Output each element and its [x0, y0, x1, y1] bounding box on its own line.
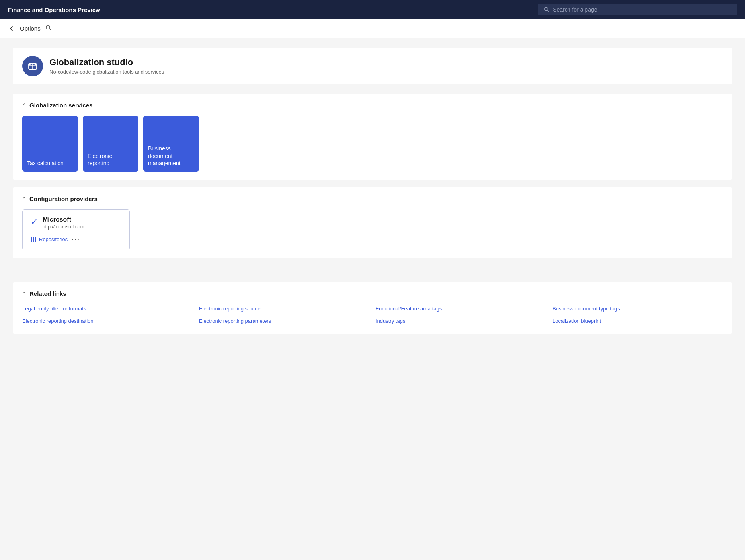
- provider-url: http://microsoft.com: [43, 224, 84, 230]
- business-document-management-card[interactable]: Business document management: [143, 116, 199, 172]
- main-content: Globalization studio No-code/low-code gl…: [0, 38, 745, 560]
- collapse-related-icon: ⌃: [22, 291, 26, 297]
- collapse-providers-icon: ⌃: [22, 196, 26, 202]
- microsoft-provider-card[interactable]: ✓ Microsoft http://microsoft.com Reposit…: [22, 209, 130, 250]
- app-name: Globalization studio: [49, 57, 164, 68]
- svg-rect-8: [33, 237, 34, 242]
- provider-card-top: ✓ Microsoft http://microsoft.com: [31, 216, 121, 230]
- repositories-icon: [31, 236, 37, 243]
- configuration-providers-section: ⌃ Configuration providers ✓ Microsoft ht…: [13, 187, 732, 258]
- collapse-icon: ⌃: [22, 103, 26, 108]
- related-links-header[interactable]: ⌃ Related links: [22, 290, 723, 297]
- er-parameters-link[interactable]: Electronic reporting parameters: [199, 316, 369, 326]
- app-title: Finance and Operations Preview: [8, 6, 100, 13]
- er-source-link[interactable]: Electronic reporting source: [199, 304, 369, 313]
- svg-rect-9: [35, 237, 36, 242]
- industry-tags-link[interactable]: Industry tags: [376, 316, 546, 326]
- top-navigation-bar: Finance and Operations Preview: [0, 0, 745, 19]
- tax-calculation-card[interactable]: Tax calculation: [22, 116, 78, 172]
- app-header-text: Globalization studio No-code/low-code gl…: [49, 57, 164, 75]
- functional-feature-tags-link[interactable]: Functional/Feature area tags: [376, 304, 546, 313]
- provider-more-button[interactable]: ···: [72, 235, 80, 244]
- related-links-title: Related links: [29, 290, 66, 297]
- options-label: Options: [20, 25, 41, 32]
- legal-entity-filter-link[interactable]: Legal entity filter for formats: [22, 304, 193, 313]
- repositories-link[interactable]: Repositories: [31, 236, 68, 243]
- app-icon: [22, 56, 43, 76]
- er-destination-link[interactable]: Electronic reporting destination: [22, 316, 193, 326]
- global-search-bar[interactable]: [538, 4, 737, 15]
- related-links-grid: Legal entity filter for formats Electron…: [22, 304, 723, 326]
- provider-check-icon: ✓: [31, 217, 38, 227]
- search-input[interactable]: [553, 6, 731, 13]
- svg-rect-7: [31, 237, 32, 242]
- provider-name: Microsoft: [43, 216, 84, 223]
- services-cards-grid: Tax calculation Electronic reporting Bus…: [22, 116, 723, 172]
- globalization-services-header[interactable]: ⌃ Globalization services: [22, 102, 723, 109]
- app-description: No-code/low-code globalization tools and…: [49, 69, 164, 75]
- electronic-reporting-card[interactable]: Electronic reporting: [83, 116, 138, 172]
- localization-blueprint-link[interactable]: Localization blueprint: [552, 316, 723, 326]
- provider-actions: Repositories ···: [31, 235, 121, 244]
- related-links-section: ⌃ Related links Legal entity filter for …: [13, 282, 732, 334]
- provider-info: Microsoft http://microsoft.com: [43, 216, 84, 230]
- app-header: Globalization studio No-code/low-code gl…: [13, 48, 732, 84]
- globalization-services-title: Globalization services: [29, 102, 92, 109]
- options-search-icon[interactable]: [45, 25, 52, 33]
- svg-line-1: [548, 10, 549, 12]
- search-icon: [544, 6, 550, 13]
- svg-line-3: [49, 29, 51, 30]
- back-button[interactable]: [8, 25, 15, 32]
- business-doc-type-tags-link[interactable]: Business document type tags: [552, 304, 723, 313]
- configuration-providers-title: Configuration providers: [29, 195, 98, 202]
- options-bar: Options: [0, 19, 745, 38]
- configuration-providers-header[interactable]: ⌃ Configuration providers: [22, 195, 723, 202]
- globalization-services-section: ⌃ Globalization services Tax calculation…: [13, 94, 732, 180]
